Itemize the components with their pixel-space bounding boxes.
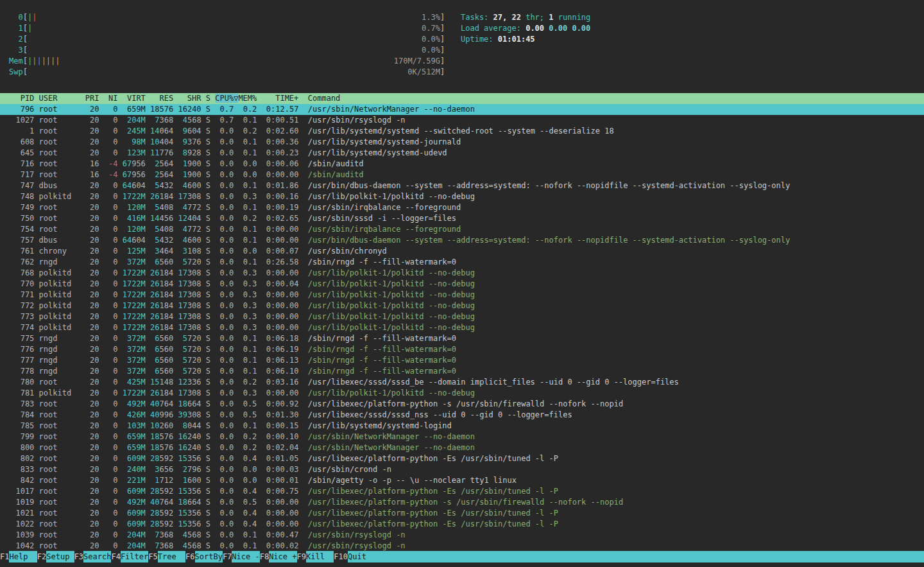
cell-user: root (39, 159, 81, 168)
fkey-F7[interactable]: F7 (223, 551, 232, 563)
process-row[interactable]: 761 chrony 20 0 125M 3464 3108 S 0.0 0.0… (0, 246, 924, 257)
cell-virt: 204M (123, 530, 146, 539)
cell-command: /usr/lib/polkit-1/polkitd --no-debug (308, 388, 475, 397)
process-row[interactable]: 749 root 20 0 120M 5408 4772 S 0.0 0.1 0… (0, 202, 924, 213)
cell-shr: 5720 (178, 345, 201, 354)
cell-mem: 0.1 (238, 530, 257, 539)
column-header-mem[interactable]: MEM% (238, 94, 257, 103)
cell-mem: 0.4 (238, 454, 257, 463)
process-row[interactable]: 785 root 20 0 103M 10260 8044 S 0.0 0.1 … (0, 421, 924, 432)
process-row[interactable]: 608 root 20 0 98M 10404 9376 S 0.0 0.1 0… (0, 137, 924, 148)
column-header-cpu[interactable]: CPU%▽ (215, 94, 238, 103)
fkey-label-setup[interactable]: Setup (46, 551, 74, 563)
fkey-F9[interactable]: F9 (297, 551, 306, 563)
column-header-command[interactable]: Command (308, 94, 341, 103)
cell-mem: 0.3 (238, 279, 257, 288)
fkey-F3[interactable]: F3 (74, 551, 83, 563)
cell-mem: 0.4 (238, 509, 257, 518)
cell-command: /usr/bin/dbus-daemon --system --address=… (308, 236, 790, 245)
process-row[interactable]: 780 root 20 0 425M 15148 12336 S 0.0 0.2… (0, 377, 924, 388)
column-header-shr[interactable]: SHR (178, 94, 201, 103)
column-header-user[interactable]: USER (39, 94, 81, 103)
column-header-time[interactable]: TIME+ (262, 94, 299, 103)
process-row[interactable]: 750 root 20 0 416M 14456 12404 S 0.0 0.2… (0, 213, 924, 224)
cell-shr: 8044 (178, 421, 201, 430)
process-row[interactable]: 778 rngd 20 0 372M 6560 5720 S 0.0 0.1 0… (0, 366, 924, 377)
column-header-res[interactable]: RES (150, 94, 173, 103)
process-row[interactable]: 800 root 20 0 659M 18576 16240 S 0.0 0.2… (0, 442, 924, 453)
column-header-pri[interactable]: PRI (85, 94, 99, 103)
process-row[interactable]: 781 polkitd 20 0 1722M 26184 17308 S 0.0… (0, 388, 924, 399)
fkey-label-kill[interactable]: Kill (306, 551, 334, 563)
cell-cpu: 0.0 (215, 345, 234, 354)
process-row[interactable]: 775 rngd 20 0 372M 6560 5720 S 0.0 0.1 0… (0, 333, 924, 344)
process-row[interactable]: 770 polkitd 20 0 1722M 26184 17308 S 0.0… (0, 279, 924, 290)
fkey-F2[interactable]: F2 (37, 551, 46, 563)
process-row[interactable]: 799 root 20 0 659M 18576 16240 S 0.0 0.2… (0, 432, 924, 442)
column-header-state[interactable]: S (206, 94, 210, 103)
fkey-label-quit[interactable]: Quit (348, 551, 924, 563)
process-row[interactable]: 773 polkitd 20 0 1722M 26184 17308 S 0.0… (0, 311, 924, 322)
process-row[interactable]: 768 polkitd 20 0 1722M 26184 17308 S 0.0… (0, 268, 924, 279)
cell-time: 0:00.00 (262, 225, 299, 234)
cell-pri: 20 (85, 541, 99, 550)
fkey-F4[interactable]: F4 (111, 551, 120, 563)
process-row[interactable]: 774 polkitd 20 0 1722M 26184 17308 S 0.0… (0, 322, 924, 333)
process-row[interactable]: 776 rngd 20 0 372M 6560 5720 S 0.0 0.1 0… (0, 344, 924, 355)
cell-cpu: 0.0 (215, 312, 234, 321)
process-row[interactable]: 1042 root 20 0 204M 7368 4568 S 0.0 0.1 … (0, 541, 924, 552)
fkey-label-filter[interactable]: Filter (121, 551, 148, 563)
meter-bar-yellow: | (46, 57, 51, 65)
process-row[interactable]: 757 dbus 20 0 64604 5432 4600 S 0.0 0.1 … (0, 235, 924, 246)
cell-cpu: 0.0 (215, 268, 234, 277)
process-row[interactable]: 1022 root 20 0 609M 28592 15356 S 0.0 0.… (0, 519, 924, 530)
process-row[interactable]: 796 root 20 0 659M 18576 16240 S 0.7 0.2… (0, 104, 924, 115)
process-row[interactable]: 748 polkitd 20 0 1722M 26184 17308 S 0.0… (0, 191, 924, 202)
process-row[interactable]: 783 root 20 0 492M 40764 18664 S 0.0 0.5… (0, 399, 924, 410)
fkey-F1[interactable]: F1 (0, 551, 9, 563)
process-row[interactable]: 762 rngd 20 0 372M 6560 5720 S 0.0 0.1 0… (0, 257, 924, 268)
process-row[interactable]: 645 root 20 0 123M 11776 8928 S 0.0 0.1 … (0, 148, 924, 159)
column-header-ni[interactable]: NI (104, 94, 118, 103)
fkey-label-nice--[interactable]: Nice - (232, 551, 259, 563)
fkey-F8[interactable]: F8 (260, 551, 269, 563)
process-row[interactable]: 771 polkitd 20 0 1722M 26184 17308 S 0.0… (0, 290, 924, 301)
fkey-label-nice-+[interactable]: Nice + (269, 551, 296, 563)
process-row[interactable]: 1017 root 20 0 609M 28592 15356 S 0.0 0.… (0, 486, 924, 497)
fkey-F6[interactable]: F6 (185, 551, 194, 563)
cell-time: 0:00.00 (262, 323, 299, 332)
cell-user: root (39, 465, 81, 474)
cell-user: root (39, 443, 81, 452)
process-row[interactable]: 754 root 20 0 120M 5408 4772 S 0.0 0.1 0… (0, 224, 924, 235)
process-row[interactable]: 717 root 16 -4 67956 2564 1900 S 0.0 0.0… (0, 170, 924, 180)
process-row[interactable]: 833 root 20 0 240M 3656 2796 S 0.0 0.0 0… (0, 464, 924, 475)
process-row[interactable]: 1039 root 20 0 204M 7368 4568 S 0.0 0.1 … (0, 530, 924, 541)
fkey-label-search[interactable]: Search (83, 551, 111, 563)
column-header-pid[interactable]: PID (6, 94, 34, 103)
process-row[interactable]: 747 dbus 20 0 64604 5432 4600 S 0.0 0.1 … (0, 180, 924, 191)
process-row[interactable]: 777 rngd 20 0 372M 6560 5720 S 0.0 0.1 0… (0, 355, 924, 366)
cell-virt: 64604 (123, 236, 146, 245)
process-row[interactable]: 802 root 20 0 609M 28592 15356 S 0.0 0.4… (0, 453, 924, 464)
process-row[interactable]: 784 root 20 0 426M 40996 39308 S 0.0 0.5… (0, 410, 924, 421)
fkey-F5[interactable]: F5 (148, 551, 157, 563)
process-row[interactable]: 842 root 20 0 221M 1712 1600 S 0.0 0.0 0… (0, 475, 924, 486)
cell-pri: 20 (85, 247, 99, 256)
process-row[interactable]: 1019 root 20 0 492M 40764 18664 S 0.0 0.… (0, 497, 924, 508)
fkey-label-tree[interactable]: Tree (158, 551, 185, 563)
cell-cpu: 0.0 (215, 476, 234, 485)
fkey-F10[interactable]: F10 (334, 551, 348, 563)
process-row[interactable]: 772 polkitd 20 0 1722M 26184 17308 S 0.0… (0, 301, 924, 311)
process-row[interactable]: 1 root 20 0 245M 14064 9604 S 0.0 0.2 0:… (0, 126, 924, 137)
process-row[interactable]: 716 root 16 -4 67956 2564 1900 S 0.0 0.0… (0, 159, 924, 170)
cell-user: root (39, 410, 81, 419)
cell-cpu: 0.0 (215, 137, 234, 146)
cell-virt: 1722M (123, 290, 146, 299)
process-row[interactable]: 1027 root 20 0 204M 7368 4568 S 0.7 0.1 … (0, 115, 924, 126)
cell-time: 0:01.86 (262, 181, 299, 190)
process-row[interactable]: 1021 root 20 0 609M 28592 15356 S 0.0 0.… (0, 508, 924, 519)
cell-res: 26184 (150, 268, 173, 277)
column-header-virt[interactable]: VIRT (123, 94, 146, 103)
fkey-label-help[interactable]: Help (9, 551, 37, 563)
fkey-label-sortby[interactable]: SortBy (195, 551, 223, 563)
